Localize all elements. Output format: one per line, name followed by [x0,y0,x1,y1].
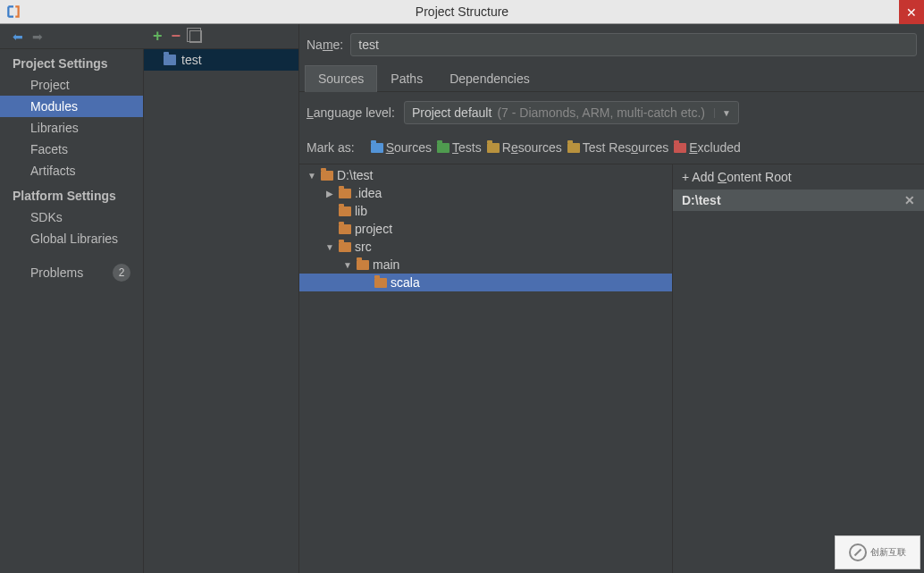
problems-label: Problems [30,265,83,280]
forward-button[interactable]: ➡ [32,29,43,44]
language-level-hint: (7 - Diamonds, ARM, multi-catch etc.) [497,105,705,120]
tree-item-lib[interactable]: lib [299,202,672,220]
modules-toolbar: + − [144,24,298,49]
tree-item-idea[interactable]: ▶.idea [299,184,672,202]
tree-root[interactable]: ▼D:\test [299,166,672,184]
mark-as-label: Mark as: [307,140,355,155]
mark-sources[interactable]: Sources [371,140,432,155]
copy-module-button[interactable] [189,30,202,43]
nav-global-libraries[interactable]: Global Libraries [0,228,143,249]
mark-as-row: Mark as: Sources Tests Resources Test Re… [299,133,924,164]
mark-excluded[interactable]: Excluded [674,140,741,155]
folder-icon [339,206,351,216]
tree-item-src[interactable]: ▼src [299,238,672,256]
chevron-right-icon: ▶ [324,189,335,198]
module-editor: Name: Sources Paths Dependencies Languag… [299,24,924,573]
remove-module-button[interactable]: − [172,27,181,46]
add-module-button[interactable]: + [153,27,163,46]
name-input[interactable] [350,33,917,56]
language-level-select[interactable]: Project default (7 - Diamonds, ARM, mult… [404,101,739,124]
folder-icon [339,224,351,234]
chevron-down-icon: ▼ [324,242,335,252]
nav-sdks[interactable]: SDKs [0,206,143,228]
tabs: Sources Paths Dependencies [299,65,924,92]
module-label: test [181,53,202,67]
nav-history: ⬅ ➡ [0,24,144,49]
window-title: Project Structure [416,4,508,19]
remove-root-icon[interactable]: ✕ [904,193,915,207]
title-bar: Project Structure ✕ [0,0,924,24]
tab-sources[interactable]: Sources [305,65,377,92]
folder-icon [487,143,500,153]
folder-icon [357,260,369,270]
nav-facets[interactable]: Facets [0,139,143,160]
back-button[interactable]: ⬅ [13,29,23,44]
module-icon [164,55,176,65]
tree-item-main[interactable]: ▼main [299,256,672,274]
nav-libraries[interactable]: Libraries [0,117,143,139]
tab-dependencies[interactable]: Dependencies [436,65,543,91]
watermark: 创新互联 [835,535,920,569]
chevron-down-icon: ▼ [307,171,317,181]
nav-problems[interactable]: Problems 2 [0,260,143,285]
mark-test-resources[interactable]: Test Resources [567,140,669,155]
folder-icon [674,143,686,153]
module-item-test[interactable]: test [144,49,298,71]
section-project-settings: Project Settings [0,53,143,74]
folder-icon [371,143,383,153]
content-roots-pane: + Add Content Root D:\test ✕ [673,164,924,573]
content-root-path: D:\test [682,193,721,207]
section-platform-settings: Platform Settings [0,185,143,206]
mark-tests[interactable]: Tests [437,140,482,155]
mark-resources[interactable]: Resources [487,140,562,155]
left-nav: Project Settings Project Modules Librari… [0,49,144,573]
close-button[interactable]: ✕ [899,0,924,24]
tree-item-scala[interactable]: scala [299,274,672,291]
add-content-root-button[interactable]: + Add Content Root [673,164,924,190]
chevron-down-icon: ▼ [342,260,353,270]
tab-paths[interactable]: Paths [377,65,436,91]
nav-modules[interactable]: Modules [0,96,143,117]
logo-icon [849,544,867,561]
folder-icon [567,143,580,153]
language-level-value: Project default [412,105,492,120]
tree-item-project[interactable]: project [299,220,672,238]
source-tree: ▼D:\test ▶.idea lib project ▼src ▼main s… [299,164,673,573]
folder-icon [339,189,351,198]
modules-column: + − test [144,24,299,573]
app-icon [5,4,21,20]
content-root-entry[interactable]: D:\test ✕ [673,190,924,211]
name-label: Name: [307,38,343,52]
folder-icon [321,171,333,181]
nav-artifacts[interactable]: Artifacts [0,160,143,181]
language-level-label: Language level: [307,105,395,120]
chevron-down-icon: ▼ [714,108,731,118]
problems-count-badge: 2 [113,264,130,282]
folder-icon [437,143,449,153]
nav-project[interactable]: Project [0,74,143,96]
folder-icon [339,242,351,252]
folder-icon [374,278,387,288]
